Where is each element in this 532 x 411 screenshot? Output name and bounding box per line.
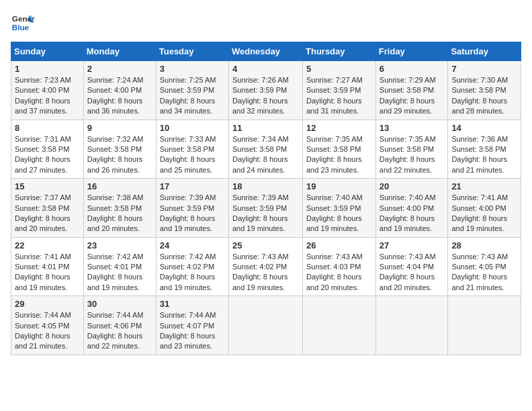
sunrise-time: Sunrise: 7:29 AM bbox=[380, 75, 445, 85]
day-number: 18 bbox=[232, 181, 299, 191]
day-number: 27 bbox=[380, 240, 445, 250]
daylight-hours: Daylight: 8 hours and 20 minutes. bbox=[306, 272, 372, 293]
daylight-hours: Daylight: 8 hours and 31 minutes. bbox=[306, 96, 372, 117]
daylight-hours: Daylight: 8 hours and 27 minutes. bbox=[15, 154, 80, 175]
calendar-cell: 17Sunrise: 7:39 AMSunset: 3:59 PMDayligh… bbox=[156, 179, 228, 238]
logo: General Blue bbox=[11, 11, 35, 35]
calendar-table: SundayMondayTuesdayWednesdayThursdayFrid… bbox=[11, 42, 521, 355]
day-number: 1 bbox=[15, 64, 80, 74]
sunrise-time: Sunrise: 7:43 AM bbox=[232, 252, 299, 262]
sunset-time: Sunset: 3:59 PM bbox=[306, 203, 372, 214]
day-number: 11 bbox=[232, 123, 299, 133]
logo-icon: General Blue bbox=[11, 11, 35, 35]
sunset-time: Sunset: 3:58 PM bbox=[160, 144, 225, 154]
calendar-cell: 9Sunrise: 7:32 AMSunset: 3:58 PMDaylight… bbox=[83, 120, 156, 179]
calendar-cell: 30Sunrise: 7:44 AMSunset: 4:06 PMDayligh… bbox=[83, 296, 156, 355]
calendar-cell: 20Sunrise: 7:40 AMSunset: 4:00 PMDayligh… bbox=[375, 179, 448, 238]
day-number: 2 bbox=[87, 64, 152, 74]
daylight-hours: Daylight: 8 hours and 22 minutes. bbox=[87, 331, 152, 352]
sunset-time: Sunset: 3:59 PM bbox=[160, 203, 225, 214]
day-number: 10 bbox=[160, 123, 225, 133]
calendar-cell: 6Sunrise: 7:29 AMSunset: 3:58 PMDaylight… bbox=[375, 61, 448, 120]
calendar-cell: 22Sunrise: 7:41 AMSunset: 4:01 PMDayligh… bbox=[11, 237, 84, 296]
sunrise-time: Sunrise: 7:44 AM bbox=[160, 310, 225, 320]
sunset-time: Sunset: 4:02 PM bbox=[160, 262, 225, 272]
sunrise-time: Sunrise: 7:43 AM bbox=[380, 252, 445, 262]
sunset-time: Sunset: 3:59 PM bbox=[160, 85, 225, 95]
daylight-hours: Daylight: 8 hours and 25 minutes. bbox=[160, 154, 225, 175]
daylight-hours: Daylight: 8 hours and 24 minutes. bbox=[232, 154, 299, 175]
sunset-time: Sunset: 4:01 PM bbox=[15, 262, 80, 272]
sunrise-time: Sunrise: 7:43 AM bbox=[451, 252, 517, 262]
calendar-cell: 16Sunrise: 7:38 AMSunset: 3:58 PMDayligh… bbox=[83, 179, 156, 238]
sunrise-time: Sunrise: 7:24 AM bbox=[87, 75, 152, 85]
day-number: 7 bbox=[451, 64, 517, 74]
calendar-cell bbox=[228, 296, 302, 355]
day-number: 14 bbox=[451, 123, 517, 133]
sunset-time: Sunset: 4:00 PM bbox=[87, 85, 152, 95]
daylight-hours: Daylight: 8 hours and 21 minutes. bbox=[15, 331, 80, 352]
sunset-time: Sunset: 4:04 PM bbox=[380, 262, 445, 272]
daylight-hours: Daylight: 8 hours and 19 minutes. bbox=[15, 272, 80, 293]
calendar-cell: 2Sunrise: 7:24 AMSunset: 4:00 PMDaylight… bbox=[83, 61, 156, 120]
day-number: 3 bbox=[160, 64, 225, 74]
sunset-time: Sunset: 3:58 PM bbox=[380, 85, 445, 95]
weekday-header-row: SundayMondayTuesdayWednesdayThursdayFrid… bbox=[11, 42, 521, 61]
sunrise-time: Sunrise: 7:44 AM bbox=[87, 310, 152, 320]
sunrise-time: Sunrise: 7:23 AM bbox=[15, 75, 80, 85]
sunset-time: Sunset: 4:02 PM bbox=[232, 262, 299, 272]
sunset-time: Sunset: 3:59 PM bbox=[306, 85, 372, 95]
day-number: 8 bbox=[15, 123, 80, 133]
daylight-hours: Daylight: 8 hours and 19 minutes. bbox=[306, 214, 372, 234]
sunrise-time: Sunrise: 7:33 AM bbox=[160, 134, 225, 144]
calendar-cell bbox=[303, 296, 376, 355]
sunrise-time: Sunrise: 7:35 AM bbox=[380, 134, 445, 144]
daylight-hours: Daylight: 8 hours and 21 minutes. bbox=[451, 272, 517, 293]
calendar-cell: 5Sunrise: 7:27 AMSunset: 3:59 PMDaylight… bbox=[303, 61, 376, 120]
calendar-cell: 26Sunrise: 7:43 AMSunset: 4:03 PMDayligh… bbox=[303, 237, 376, 296]
sunrise-time: Sunrise: 7:27 AM bbox=[306, 75, 372, 85]
daylight-hours: Daylight: 8 hours and 22 minutes. bbox=[380, 154, 445, 175]
daylight-hours: Daylight: 8 hours and 19 minutes. bbox=[160, 214, 225, 234]
sunrise-time: Sunrise: 7:31 AM bbox=[15, 134, 80, 144]
sunset-time: Sunset: 3:58 PM bbox=[232, 144, 299, 154]
sunset-time: Sunset: 4:03 PM bbox=[306, 262, 372, 272]
daylight-hours: Daylight: 8 hours and 28 minutes. bbox=[451, 96, 517, 117]
daylight-hours: Daylight: 8 hours and 19 minutes. bbox=[232, 272, 299, 293]
sunset-time: Sunset: 4:07 PM bbox=[160, 321, 225, 331]
week-row-4: 22Sunrise: 7:41 AMSunset: 4:01 PMDayligh… bbox=[11, 237, 521, 296]
sunrise-time: Sunrise: 7:42 AM bbox=[160, 252, 225, 262]
daylight-hours: Daylight: 8 hours and 21 minutes. bbox=[451, 154, 517, 175]
daylight-hours: Daylight: 8 hours and 19 minutes. bbox=[160, 272, 225, 293]
day-number: 6 bbox=[380, 64, 445, 74]
sunrise-time: Sunrise: 7:35 AM bbox=[306, 134, 372, 144]
daylight-hours: Daylight: 8 hours and 32 minutes. bbox=[232, 96, 299, 117]
daylight-hours: Daylight: 8 hours and 37 minutes. bbox=[15, 96, 80, 117]
day-number: 13 bbox=[380, 123, 445, 133]
sunrise-time: Sunrise: 7:42 AM bbox=[87, 252, 152, 262]
calendar-cell: 13Sunrise: 7:35 AMSunset: 3:58 PMDayligh… bbox=[375, 120, 448, 179]
daylight-hours: Daylight: 8 hours and 36 minutes. bbox=[87, 96, 152, 117]
page-header: General Blue bbox=[11, 11, 521, 35]
day-number: 19 bbox=[306, 181, 372, 191]
daylight-hours: Daylight: 8 hours and 23 minutes. bbox=[160, 331, 225, 352]
week-row-1: 1Sunrise: 7:23 AMSunset: 4:00 PMDaylight… bbox=[11, 61, 521, 120]
sunset-time: Sunset: 3:59 PM bbox=[232, 203, 299, 214]
calendar-cell: 1Sunrise: 7:23 AMSunset: 4:00 PMDaylight… bbox=[11, 61, 84, 120]
day-number: 4 bbox=[232, 64, 299, 74]
sunrise-time: Sunrise: 7:26 AM bbox=[232, 75, 299, 85]
weekday-header-saturday: Saturday bbox=[448, 42, 521, 61]
sunrise-time: Sunrise: 7:41 AM bbox=[15, 252, 80, 262]
sunrise-time: Sunrise: 7:38 AM bbox=[87, 193, 152, 203]
sunset-time: Sunset: 3:58 PM bbox=[87, 203, 152, 214]
sunset-time: Sunset: 3:58 PM bbox=[15, 144, 80, 154]
calendar-cell: 3Sunrise: 7:25 AMSunset: 3:59 PMDaylight… bbox=[156, 61, 228, 120]
sunrise-time: Sunrise: 7:34 AM bbox=[232, 134, 299, 144]
weekday-header-wednesday: Wednesday bbox=[228, 42, 302, 61]
daylight-hours: Daylight: 8 hours and 19 minutes. bbox=[451, 214, 517, 234]
day-number: 12 bbox=[306, 123, 372, 133]
sunrise-time: Sunrise: 7:32 AM bbox=[87, 134, 152, 144]
day-number: 30 bbox=[87, 299, 152, 309]
day-number: 28 bbox=[451, 240, 517, 250]
calendar-cell: 12Sunrise: 7:35 AMSunset: 3:58 PMDayligh… bbox=[303, 120, 376, 179]
